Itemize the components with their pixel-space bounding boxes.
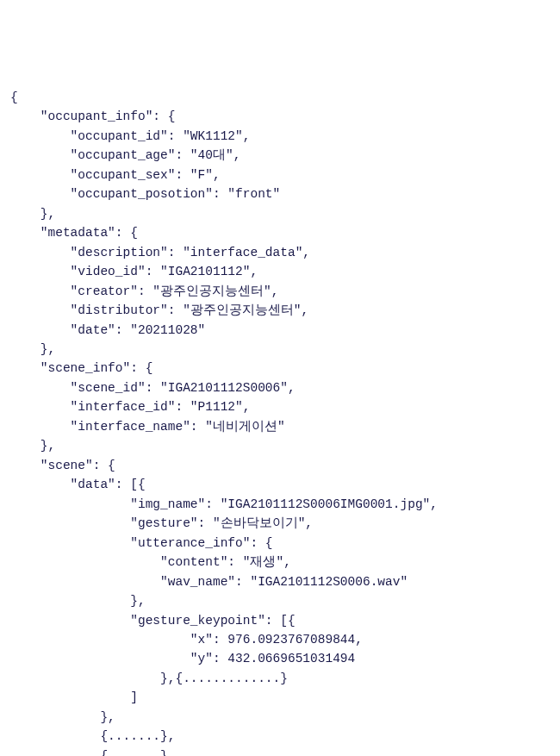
json-code-block: { "occupant_info": { "occupant_id": "WK1… bbox=[10, 88, 550, 756]
